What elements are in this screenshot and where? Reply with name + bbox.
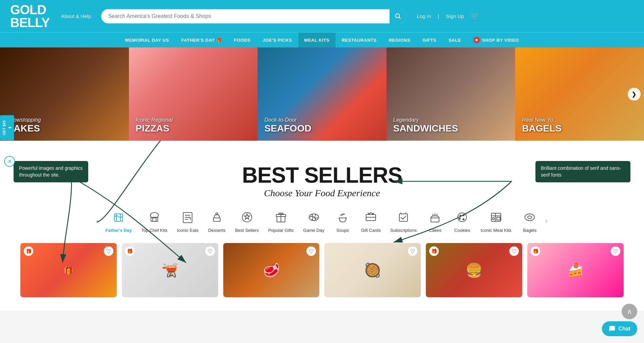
nav-sale[interactable]: SALE — [442, 33, 467, 47]
nav-fathers-day[interactable]: FATHER'S DAY 🎁 — [175, 33, 228, 47]
svg-point-40 — [525, 214, 534, 221]
nav-foods[interactable]: FOODS — [228, 33, 257, 47]
svg-rect-14 — [213, 218, 220, 221]
badge-icon: ⬆ — [7, 126, 12, 129]
svg-rect-3 — [114, 214, 122, 221]
nav-gifts[interactable]: GIFTS — [416, 33, 442, 47]
hero-sub-pizzas: Iconic Regional — [136, 117, 173, 123]
nav-meal-kits[interactable]: MEAL KITS — [298, 33, 336, 47]
category-desserts[interactable]: Desserts — [203, 209, 230, 233]
desserts-icon — [208, 209, 225, 226]
hero-item-seafood[interactable]: Dock-to-Door SEAFOOD — [258, 47, 386, 141]
category-best-sellers[interactable]: Best Sellers — [230, 209, 263, 233]
svg-point-15 — [216, 213, 218, 215]
categories-next[interactable]: › — [543, 217, 549, 225]
category-label-top-chef: Top Chef Kits — [141, 228, 167, 233]
nav-regions[interactable]: REGIONS — [383, 33, 416, 47]
category-label-iconic-eats: Iconic Eats — [177, 228, 198, 233]
category-subscriptions[interactable]: Subscriptions — [385, 209, 421, 233]
categories-row: ‹ Father's Day — [20, 202, 624, 236]
category-label-bagels: Bagels — [523, 228, 536, 233]
svg-point-32 — [460, 215, 461, 217]
svg-point-34 — [459, 218, 460, 219]
gift-badge-6: 🎁 — [531, 246, 540, 256]
hero-sub-bagels: Real New Yo... — [522, 117, 562, 123]
search-button[interactable] — [390, 9, 406, 23]
categories-prev[interactable]: ‹ — [95, 217, 100, 225]
search-icon — [395, 13, 401, 20]
hero-overlay-bagels: Real New Yo... BAGELS — [522, 117, 562, 134]
close-button[interactable]: ✕ — [4, 156, 15, 167]
hero-overlay-sandwiches: Legendary SANDWICHES — [393, 117, 458, 134]
search-input[interactable] — [101, 9, 406, 23]
wishlist-button-5[interactable]: ♡ — [509, 246, 519, 256]
iconic-eats-icon — [179, 209, 196, 226]
hero-main-sandwiches: SANDWICHES — [393, 123, 458, 134]
play-icon — [473, 37, 480, 43]
iconic-meal-kits-icon — [488, 209, 505, 226]
chef-icon — [146, 209, 163, 226]
nav-shop-by-video[interactable]: SHOP BY VIDEO — [467, 33, 525, 47]
category-fathers-day[interactable]: Father's Day — [101, 209, 137, 233]
category-cookies[interactable]: Cookies — [449, 209, 476, 233]
category-top-chef[interactable]: Top Chef Kits — [136, 209, 172, 233]
popular-gifts-icon — [272, 209, 289, 226]
category-game-day[interactable]: Game Day — [299, 209, 329, 233]
fathers-day-icon — [110, 209, 127, 226]
gift-badge-1: 🎁 — [24, 246, 33, 256]
hero-item-pizzas[interactable]: Iconic Regional PIZZAS — [129, 47, 258, 141]
hero-item-sandwiches[interactable]: Legendary SANDWICHES — [386, 47, 515, 141]
category-gift-cards[interactable]: Gift Cards — [356, 209, 386, 233]
product-card-6[interactable]: 🍰 ♡ 🎁 — [527, 243, 624, 297]
svg-point-39 — [492, 218, 494, 220]
cart-icon[interactable]: 🛒 — [471, 12, 480, 21]
category-soups[interactable]: Soups — [329, 209, 356, 233]
nav-restaurants[interactable]: RESTAURANTS — [336, 33, 383, 47]
category-iconic-meal-kits[interactable]: Iconic Meal Kits — [476, 209, 516, 233]
wishlist-button-6[interactable]: ♡ — [611, 246, 620, 256]
game-day-icon — [305, 209, 322, 226]
header-right: Log In | Sign Up 🛒 — [417, 12, 480, 21]
hero-sub-seafood: Dock-to-Door — [264, 117, 311, 123]
nav-memorial-day[interactable]: MEMORIAL DAY US — [119, 33, 175, 47]
category-label-cookies: Cookies — [454, 228, 470, 233]
hero-item-cakes[interactable]: Showstopping CAKES — [0, 47, 129, 141]
bestsellers-title: BEST SELLERS — [20, 164, 624, 186]
best-sellers-icon — [239, 209, 255, 226]
badge-text: GET $25 — [2, 120, 6, 135]
category-label-subscriptions: Subscriptions — [390, 228, 417, 233]
category-bagels[interactable]: Bagels — [516, 209, 543, 233]
category-cakes[interactable]: Cakes — [421, 209, 449, 233]
product-card-2[interactable]: 🫕 ♡ 🎁 — [122, 243, 218, 297]
product-card-1[interactable]: 🎁 ♡ 🎁 — [20, 243, 117, 297]
hero-main-bagels: BAGELS — [522, 123, 562, 134]
hero-overlay-pizzas: Iconic Regional PIZZAS — [136, 117, 173, 134]
hero-next-button[interactable]: ❯ — [628, 88, 641, 101]
about-help-link[interactable]: About & Help — [61, 13, 91, 19]
cakes-icon — [427, 209, 443, 226]
product-card-4[interactable]: 🥘 ♡ — [324, 243, 421, 297]
hero-main-pizzas: PIZZAS — [136, 123, 173, 134]
category-iconic-eats[interactable]: Iconic Eats — [172, 209, 203, 233]
category-popular-gifts[interactable]: Popular Gifts — [263, 209, 298, 233]
side-badge[interactable]: GET $25 ⬆ — [0, 115, 14, 140]
gift-badge-2: 🎁 — [125, 246, 135, 256]
product-card-3[interactable]: 🥩 ♡ — [223, 243, 320, 297]
product-card-5[interactable]: 🍔 ♡ 🎁 — [426, 243, 522, 297]
logo[interactable]: GOLD BELLY — [10, 3, 51, 29]
signup-link[interactable]: Sign Up — [446, 13, 464, 19]
login-link[interactable]: Log In — [417, 13, 431, 19]
wishlist-button-2[interactable]: ♡ — [205, 246, 215, 256]
hero-sub-sandwiches: Legendary — [393, 117, 458, 123]
products-row: 🎁 ♡ 🎁 🫕 ♡ 🎁 🥩 ♡ 🥘 ♡ 🍔 ♡ 🎁 🍰 ♡ — [20, 236, 624, 304]
hero-main-seafood: SEAFOOD — [264, 123, 311, 134]
category-label-game-day: Game Day — [303, 228, 324, 233]
category-label-soups: Soups — [336, 228, 349, 233]
nav-joes-picks[interactable]: JOE'S PICKS — [257, 33, 298, 47]
svg-line-1 — [399, 17, 401, 19]
hero-item-bagels[interactable]: Real New Yo... BAGELS ❯ — [515, 47, 644, 141]
category-label-desserts: Desserts — [208, 228, 225, 233]
search-bar — [101, 9, 406, 23]
svg-point-31 — [458, 213, 467, 222]
wishlist-button-1[interactable]: ♡ — [104, 246, 113, 256]
